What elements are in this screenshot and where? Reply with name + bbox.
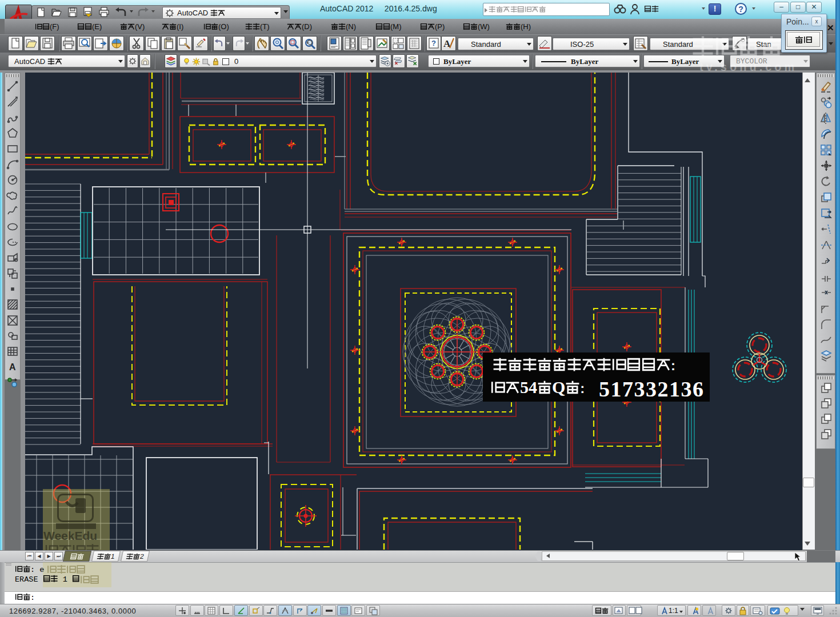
svg-text:?: ?	[431, 39, 436, 47]
svg-text:A: A	[9, 362, 16, 372]
